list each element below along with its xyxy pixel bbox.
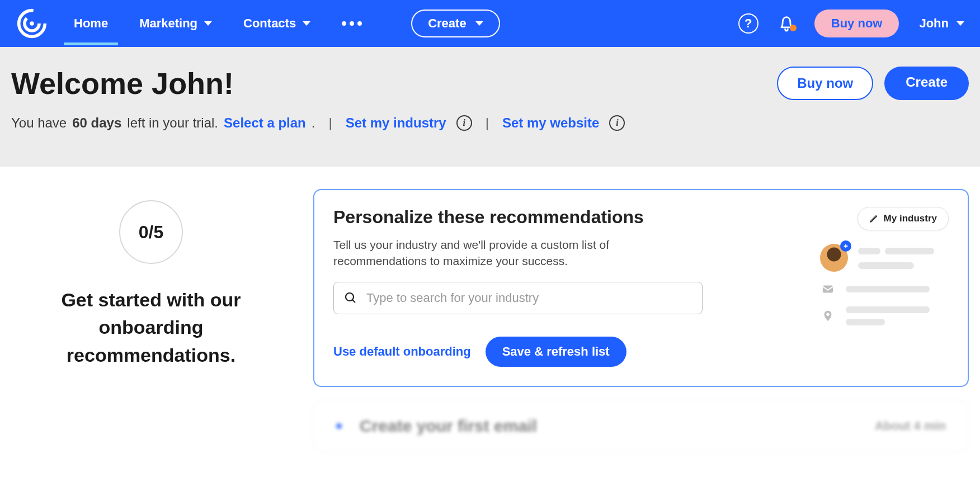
chevron-down-icon	[303, 21, 310, 26]
top-nav: Home Marketing Contacts Create ? Buy no	[0, 0, 980, 47]
hero-section: Welcome John! Buy now Create You have 60…	[0, 47, 980, 167]
nav-buy-button[interactable]: Buy now	[814, 10, 899, 37]
hero-create-button[interactable]: Create	[884, 67, 969, 100]
industry-search-input[interactable]	[366, 291, 692, 305]
next-step-title: Create your first email	[360, 417, 537, 436]
separator: |	[478, 115, 497, 131]
user-menu[interactable]: John	[919, 16, 964, 31]
svg-point-3	[346, 293, 354, 301]
use-default-link[interactable]: Use default onboarding	[333, 344, 471, 359]
svg-point-2	[30, 21, 34, 25]
profile-illustration: +	[820, 244, 949, 325]
search-icon	[344, 291, 357, 305]
hero-create-label: Create	[906, 74, 948, 89]
period: .	[312, 115, 315, 131]
pencil-icon	[869, 214, 878, 223]
nav-create-button[interactable]: Create	[411, 10, 500, 37]
nav-marketing[interactable]: Marketing	[135, 2, 216, 45]
save-refresh-label: Save & refresh list	[502, 344, 610, 358]
svg-point-6	[826, 313, 830, 316]
next-step-duration: About 4 min	[875, 419, 946, 433]
avatar-illustration: +	[820, 244, 848, 272]
nav-contacts[interactable]: Contacts	[239, 2, 315, 45]
svg-line-4	[352, 300, 355, 303]
next-step-card[interactable]: Create your first email About 4 min	[313, 400, 969, 452]
hero-buy-label: Buy now	[797, 75, 853, 91]
status-dot	[336, 423, 342, 429]
hero-buy-button[interactable]: Buy now	[777, 67, 873, 100]
svg-rect-5	[823, 286, 833, 293]
save-refresh-button[interactable]: Save & refresh list	[486, 337, 626, 367]
chevron-down-icon	[204, 21, 212, 26]
notifications-icon[interactable]	[779, 15, 794, 32]
help-icon[interactable]: ?	[738, 13, 758, 34]
onboarding-heading: Get started with our onboarding recommen…	[61, 286, 241, 369]
nav-create-label: Create	[428, 16, 466, 31]
nav-contacts-label: Contacts	[243, 16, 296, 31]
onboarding-sidebar: 0/5 Get started with our onboarding reco…	[11, 189, 291, 452]
welcome-heading: Welcome John!	[11, 66, 234, 101]
my-industry-label: My industry	[884, 213, 937, 224]
nav-more[interactable]	[337, 7, 366, 40]
notification-badge	[790, 25, 797, 31]
card-title: Personalize these recommendations	[333, 207, 781, 228]
chevron-down-icon	[475, 21, 483, 26]
nav-marketing-label: Marketing	[139, 16, 197, 31]
info-icon[interactable]: i	[609, 115, 625, 131]
set-industry-link[interactable]: Set my industry	[346, 115, 446, 131]
trial-info: You have 60 days left in your trial. Sel…	[11, 115, 969, 131]
pin-icon	[820, 310, 836, 322]
select-plan-link[interactable]: Select a plan	[224, 115, 306, 131]
nav-home[interactable]: Home	[69, 2, 112, 45]
progress-value: 0/5	[139, 222, 163, 243]
card-description: Tell us your industry and we'll provide …	[333, 237, 624, 270]
industry-search[interactable]	[333, 282, 703, 314]
trial-suffix: left in your trial.	[127, 115, 218, 131]
set-website-link[interactable]: Set my website	[502, 115, 599, 131]
more-icon	[342, 21, 362, 26]
main-content: 0/5 Get started with our onboarding reco…	[0, 167, 980, 452]
logo-icon[interactable]	[16, 7, 48, 40]
my-industry-button[interactable]: My industry	[858, 207, 949, 230]
trial-prefix: You have	[11, 115, 67, 131]
progress-indicator: 0/5	[119, 200, 183, 264]
personalize-card: Personalize these recommendations Tell u…	[313, 189, 969, 387]
nav-home-label: Home	[74, 16, 108, 31]
chevron-down-icon	[957, 21, 964, 26]
separator: |	[321, 115, 340, 131]
user-name: John	[919, 16, 949, 31]
mail-icon	[820, 283, 836, 295]
info-icon[interactable]: i	[456, 115, 472, 131]
trial-days: 60 days	[72, 115, 121, 131]
nav-buy-label: Buy now	[831, 16, 883, 30]
